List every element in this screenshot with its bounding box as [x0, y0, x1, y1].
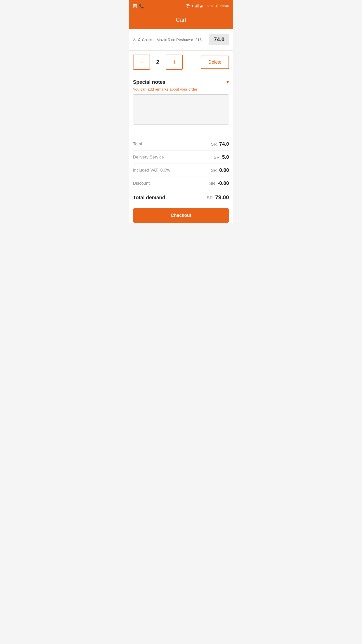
vat-amount: 0.00	[219, 167, 229, 173]
summary-total-row: Total SR 74.0	[133, 138, 229, 151]
svg-rect-4	[198, 4, 199, 7]
total-amount: 74.0	[219, 141, 229, 147]
summary-vat-row: Included VAT 0.0% SR 0.00	[133, 164, 229, 177]
delivery-currency: SR	[214, 155, 220, 160]
network-signal-icon	[200, 4, 204, 8]
quantity-controls: − 2 + Delete	[129, 51, 233, 74]
svg-rect-2	[196, 5, 197, 7]
summary-discount-row: Discount SR -0.00	[133, 177, 229, 190]
summary-total-demand-row: Total demand SR 79.00	[133, 190, 229, 204]
delete-item-button[interactable]: Delete	[201, 56, 229, 69]
time: 23:46	[220, 4, 229, 8]
increase-quantity-button[interactable]: +	[166, 55, 183, 70]
decrease-quantity-button[interactable]: −	[133, 55, 150, 70]
image-icon: 🖼	[133, 4, 137, 8]
discount-value: SR -0.00	[209, 180, 229, 186]
svg-rect-5	[200, 6, 201, 7]
order-summary: Total SR 74.0 Delivery Service SR 5.0 In…	[129, 133, 233, 204]
special-notes-input[interactable]	[133, 94, 229, 125]
discount-label: Discount	[133, 181, 150, 186]
status-bar-left: 🖼 📞	[133, 4, 144, 9]
vat-currency: SR	[211, 168, 217, 173]
vat-label: Included VAT 0.0%	[133, 168, 170, 173]
checkout-button[interactable]: Checkout	[133, 208, 229, 223]
total-demand-value: SR 79.00	[207, 194, 229, 201]
battery-percent: 77%	[206, 4, 213, 8]
svg-rect-0	[195, 6, 195, 7]
quantity-display: 2	[154, 59, 162, 66]
cart-item-row: X 2 Chicken Mazbi Rice Peshawar -213 74.…	[129, 29, 233, 51]
battery-icon: ⚡	[214, 4, 219, 8]
plus-icon: +	[172, 58, 176, 66]
chevron-down-icon[interactable]: ▾	[227, 79, 229, 85]
svg-rect-1	[196, 6, 196, 7]
total-demand-currency: SR	[207, 195, 213, 200]
page-header: Cart	[129, 12, 233, 29]
page-title: Cart	[176, 17, 186, 23]
status-bar-right: 1 77% ⚡ 23:46	[186, 4, 229, 8]
total-currency: SR	[211, 142, 217, 147]
discount-currency: SR	[209, 181, 215, 186]
minus-icon: −	[140, 58, 144, 66]
delivery-amount: 5.0	[222, 154, 229, 160]
delivery-label: Delivery Service	[133, 155, 164, 160]
special-notes-hint: You can add remarks about your order	[133, 87, 229, 91]
svg-rect-3	[197, 4, 198, 7]
special-notes-title: Special notes	[133, 79, 165, 85]
svg-rect-7	[202, 5, 202, 7]
cart-content: X 2 Chicken Mazbi Rice Peshawar -213 74.…	[129, 29, 233, 223]
cart-item-remove-label: X	[133, 37, 136, 42]
total-demand-amount: 79.00	[215, 194, 229, 200]
special-notes-section: Special notes ▾ You can add remarks abou…	[129, 74, 233, 129]
cart-item-left: X 2 Chicken Mazbi Rice Peshawar -213	[133, 37, 202, 42]
cart-item-name: Chicken Mazbi Rice Peshawar -213	[142, 37, 202, 42]
summary-delivery-row: Delivery Service SR 5.0	[133, 151, 229, 164]
cart-item-quantity-label: 2	[138, 37, 140, 42]
cart-item-price: 74.0	[214, 36, 224, 43]
total-demand-label: Total demand	[133, 195, 165, 200]
total-label: Total	[133, 142, 142, 147]
signal-icon	[195, 4, 199, 8]
total-value: SR 74.0	[211, 141, 229, 147]
status-bar: 🖼 📞 1 77% ⚡	[129, 0, 233, 12]
delivery-value: SR 5.0	[214, 154, 229, 160]
wifi-icon	[186, 4, 190, 8]
svg-rect-6	[201, 6, 202, 7]
cart-item-price-badge: 74.0	[209, 34, 229, 45]
phone-icon: 📞	[139, 4, 144, 9]
special-notes-header: Special notes ▾	[133, 79, 229, 85]
vat-value: SR 0.00	[211, 167, 229, 173]
sim-icon: 1	[192, 4, 193, 8]
svg-rect-8	[203, 4, 203, 7]
discount-amount: -0.00	[217, 180, 229, 186]
